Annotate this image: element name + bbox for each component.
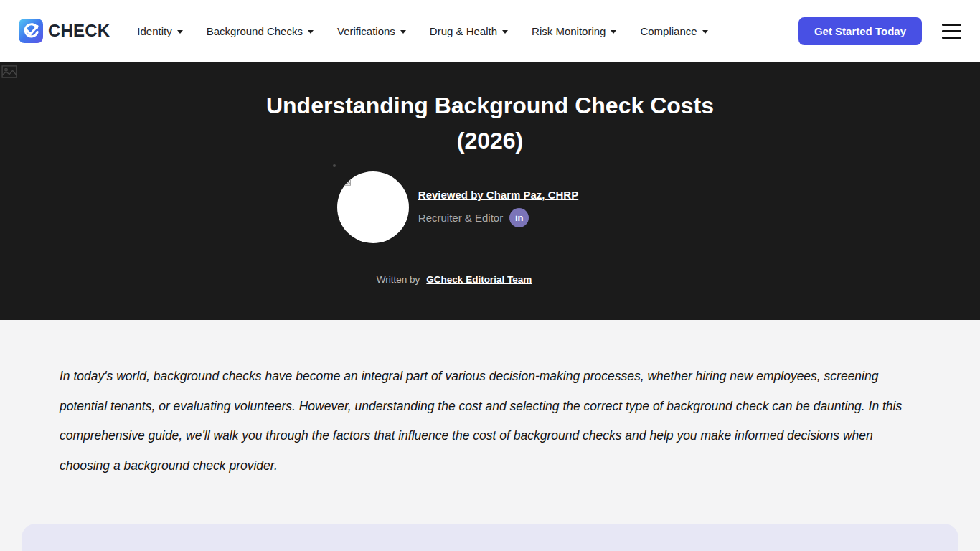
byline: Written by GCheck Editorial Team xyxy=(0,274,944,285)
reviewer-info: Reviewed by Charm Paz, CHRP Recruiter & … xyxy=(418,171,578,227)
reviewer-role: Recruiter & Editor xyxy=(418,212,503,224)
nav-label: Identity xyxy=(137,25,171,37)
main-nav: Identity Background Checks Verifications… xyxy=(137,25,707,37)
broken-image-icon xyxy=(1,65,17,78)
logo-wordmark: CHECK xyxy=(48,21,110,41)
chevron-down-icon xyxy=(702,30,708,34)
nav-item-risk-monitoring[interactable]: Risk Monitoring xyxy=(532,25,616,37)
nav-item-identity[interactable]: Identity xyxy=(137,25,182,37)
menu-line xyxy=(942,24,961,26)
site-logo[interactable]: CHECK xyxy=(19,19,110,43)
reviewer-avatar xyxy=(337,171,409,243)
broken-image-icon xyxy=(344,179,351,186)
chevron-down-icon xyxy=(611,30,616,34)
linkedin-icon[interactable]: in xyxy=(509,208,529,227)
nav-label: Verifications xyxy=(337,25,395,37)
nav-label: Compliance xyxy=(640,25,697,37)
written-by-label: Written by xyxy=(377,274,420,285)
nav-item-drug-health[interactable]: Drug & Health xyxy=(430,25,508,37)
intro-paragraph: In today's world, background checks have… xyxy=(60,362,920,481)
nav-label: Background Checks xyxy=(207,25,303,37)
reviewer-role-row: Recruiter & Editor in xyxy=(418,208,578,227)
hamburger-menu-icon[interactable] xyxy=(942,21,961,42)
nav-item-background-checks[interactable]: Background Checks xyxy=(207,25,314,37)
reviewer-block: Reviewed by Charm Paz, CHRP Recruiter & … xyxy=(0,171,948,243)
page-title: Understanding Background Check Costs (20… xyxy=(239,62,741,159)
get-started-button[interactable]: Get Started Today xyxy=(798,17,922,45)
nav-label: Drug & Health xyxy=(430,25,497,37)
top-navigation-bar: CHECK Identity Background Checks Verific… xyxy=(0,0,980,62)
chevron-down-icon xyxy=(177,30,183,34)
menu-line xyxy=(942,37,961,39)
broken-image-dot xyxy=(333,164,336,167)
menu-line xyxy=(942,30,961,32)
editorial-team-link[interactable]: GCheck Editorial Team xyxy=(426,274,532,285)
linkedin-glyph: in xyxy=(515,213,524,222)
check-badge-icon xyxy=(19,19,43,43)
nav-label: Risk Monitoring xyxy=(532,25,606,37)
article-body: In today's world, background checks have… xyxy=(0,320,980,481)
reviewed-by-link[interactable]: Reviewed by Charm Paz, CHRP xyxy=(418,189,578,201)
nav-item-verifications[interactable]: Verifications xyxy=(337,25,406,37)
broken-image-line xyxy=(346,184,405,184)
hero-section: Understanding Background Check Costs (20… xyxy=(0,62,980,320)
chevron-down-icon xyxy=(308,30,314,34)
chevron-down-icon xyxy=(400,30,406,34)
highlight-box xyxy=(22,524,958,551)
chevron-down-icon xyxy=(502,30,508,34)
nav-item-compliance[interactable]: Compliance xyxy=(640,25,707,37)
